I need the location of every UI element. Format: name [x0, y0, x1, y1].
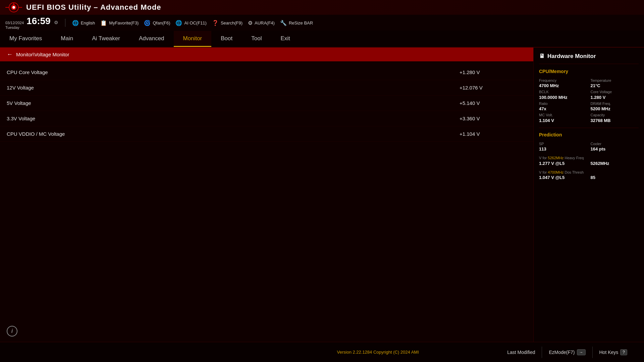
toolbar-myfavorite[interactable]: 📋 MyFavorite(F3) [100, 20, 139, 26]
toolbar-english-label: English [81, 20, 95, 25]
fan-icon: 🌀 [144, 20, 151, 26]
stat-temperature: Temperature 21°C [591, 78, 639, 89]
stat-frequency-label: Frequency [539, 78, 587, 83]
toolbar-search[interactable]: ❓ Search(F9) [212, 20, 243, 26]
stat-dram-freq: DRAM Freq. 5200 MHz [591, 101, 639, 112]
voltage-value-3v3: +3.360 V [460, 116, 527, 121]
stat-cooler: Cooler 164 pts [591, 141, 639, 152]
stat-row-ratio-dram: Ratio 47x DRAM Freq. 5200 MHz [539, 101, 639, 112]
sidebar-title-text: Hardware Monitor [547, 53, 596, 60]
nav-advanced[interactable]: Advanced [129, 31, 174, 47]
info-section: i [0, 320, 533, 342]
nav-main[interactable]: Main [51, 31, 83, 47]
toolbar-resizebar-label: ReSize BAR [289, 20, 313, 25]
nav-exit[interactable]: Exit [271, 31, 299, 47]
datetime-display: 03/12/2024 Tuesday 16:59 ⚙ [5, 16, 58, 29]
stat-sp: SP 113 [539, 141, 587, 152]
toolbar: 03/12/2024 Tuesday 16:59 ⚙ 🌐 English 📋 M… [0, 15, 644, 31]
prediction-5262-values: 1.277 V @L5 5262MHz [539, 161, 639, 167]
toolbar-resizebar[interactable]: 🔧 ReSize BAR [280, 20, 313, 26]
voltage-row-5v[interactable]: 5V Voltage +5.140 V [0, 96, 533, 111]
hotkeys-button[interactable]: Hot Keys ? [592, 347, 634, 358]
stat-row-sp-cooler: SP 113 Cooler 164 pts [539, 141, 639, 152]
resize-icon: 🔧 [280, 20, 287, 26]
stat-dram-freq-label: DRAM Freq. [591, 101, 639, 106]
toolbar-english[interactable]: 🌐 English [72, 20, 95, 26]
stat-sp-value: 113 [539, 146, 587, 152]
back-arrow-icon[interactable]: ← [7, 51, 13, 58]
stat-cooler-value: 164 pts [591, 146, 639, 152]
voltage-name-5v: 5V Voltage [7, 100, 460, 106]
stat-mc-volt: MC Volt. 1.104 V [539, 113, 587, 123]
rog-logo [5, 1, 22, 13]
stat-frequency: Frequency 4700 MHz [539, 78, 587, 89]
day-display: Tuesday [5, 25, 24, 30]
voltage-row-cpu-core[interactable]: CPU Core Voltage +1.280 V [0, 65, 533, 80]
voltage-name-cpu-core: CPU Core Voltage [7, 69, 460, 75]
nav-monitor[interactable]: Monitor [174, 31, 212, 47]
info-button[interactable]: i [7, 326, 17, 337]
footer: Version 2.22.1284 Copyright (C) 2024 AMI… [0, 342, 644, 362]
prediction-4700-volt: 1.047 V @L5 [539, 175, 587, 181]
stat-capacity-label: Capacity [591, 113, 639, 117]
footer-buttons: Last Modified EzMode(F7) → Hot Keys ? [500, 347, 634, 358]
voltage-value-cpu-core: +1.280 V [460, 69, 527, 75]
toolbar-qfan[interactable]: 🌀 Qfan(F6) [144, 20, 170, 26]
voltage-row-vddio[interactable]: CPU VDDIO / MC Voltage +1.104 V [0, 126, 533, 142]
prediction-4700-label: V for 4700MHz Dos Thresh [539, 170, 639, 175]
prediction-5262-freq: 5262MHz [548, 156, 564, 160]
prediction-section-title: Prediction [539, 132, 639, 137]
prediction-5262-block: V for 5262MHz Heavy Freq 1.277 V @L5 526… [539, 156, 639, 166]
nav-boot[interactable]: Boot [211, 31, 242, 47]
stat-temperature-value: 21°C [591, 83, 639, 89]
prediction-5262-freq-val: 5262MHz [591, 161, 639, 167]
nav-ai-tweaker[interactable]: Ai Tweaker [83, 31, 129, 47]
stat-core-voltage: Core Voltage 1.280 V [591, 89, 639, 100]
breadcrumb[interactable]: ← Monitor\Voltage Monitor [0, 48, 533, 61]
stat-cooler-label: Cooler [591, 141, 639, 146]
voltage-name-vddio: CPU VDDIO / MC Voltage [7, 131, 460, 137]
settings-icon[interactable]: ⚙ [54, 20, 58, 25]
last-modified-button[interactable]: Last Modified [500, 347, 542, 358]
favorite-icon: 📋 [100, 20, 107, 26]
toolbar-divider [65, 19, 65, 27]
stat-sp-label: SP [539, 141, 587, 146]
prediction-4700-values: 1.047 V @L5 85 [539, 175, 639, 181]
stat-row-bclk-corevolt: BCLK 100.0000 MHz Core Voltage 1.280 V [539, 89, 639, 100]
voltage-name-3v3: 3.3V Voltage [7, 116, 460, 121]
prediction-5262-volt: 1.277 V @L5 [539, 161, 587, 167]
stat-bclk: BCLK 100.0000 MHz [539, 89, 587, 100]
toolbar-aioc[interactable]: 🌐 AI OC(F11) [175, 20, 206, 26]
voltage-name-12v: 12V Voltage [7, 85, 460, 90]
footer-version: Version 2.22.1284 Copyright (C) 2024 AMI [255, 350, 500, 355]
stat-ratio-label: Ratio [539, 101, 587, 106]
prediction-4700-freq: 4700MHz [548, 170, 564, 174]
stat-mc-volt-value: 1.104 V [539, 118, 587, 124]
prediction-4700-block: V for 4700MHz Dos Thresh 1.047 V @L5 85 [539, 170, 639, 181]
date-display: 03/12/2024 [5, 21, 24, 25]
toolbar-aura[interactable]: ⚙ AURA(F4) [248, 20, 275, 26]
ezmode-button[interactable]: EzMode(F7) → [542, 347, 592, 358]
stat-frequency-value: 4700 MHz [539, 83, 587, 89]
stat-bclk-value: 100.0000 MHz [539, 95, 587, 101]
voltage-row-12v[interactable]: 12V Voltage +12.076 V [0, 80, 533, 96]
nav-tool[interactable]: Tool [242, 31, 271, 47]
stat-dram-freq-value: 5200 MHz [591, 106, 639, 112]
stat-row-freq-temp: Frequency 4700 MHz Temperature 21°C [539, 78, 639, 89]
time-display: 16:59 [26, 16, 51, 26]
hardware-monitor-sidebar: 🖥 Hardware Monitor CPU/Memory Frequency … [533, 48, 644, 342]
ezmode-key: → [577, 349, 586, 355]
stat-row-mcvolt-capacity: MC Volt. 1.104 V Capacity 32768 MB [539, 113, 639, 123]
page-title: UEFI BIOS Utility – Advanced Mode [26, 3, 161, 12]
voltage-value-5v: +5.140 V [460, 100, 527, 106]
nav-my-favorites[interactable]: My Favorites [0, 31, 51, 47]
voltage-table: CPU Core Voltage +1.280 V 12V Voltage +1… [0, 61, 533, 320]
main-content: ← Monitor\Voltage Monitor CPU Core Volta… [0, 48, 533, 342]
prediction-4700-thresh: 85 [591, 175, 639, 181]
stat-core-voltage-value: 1.280 V [591, 95, 639, 101]
voltage-row-3v3[interactable]: 3.3V Voltage +3.360 V [0, 111, 533, 126]
ezmode-label: EzMode(F7) [549, 350, 575, 355]
ai-icon: 🌐 [175, 20, 182, 26]
stat-mc-volt-label: MC Volt. [539, 113, 587, 117]
sidebar-title: 🖥 Hardware Monitor [539, 53, 639, 64]
